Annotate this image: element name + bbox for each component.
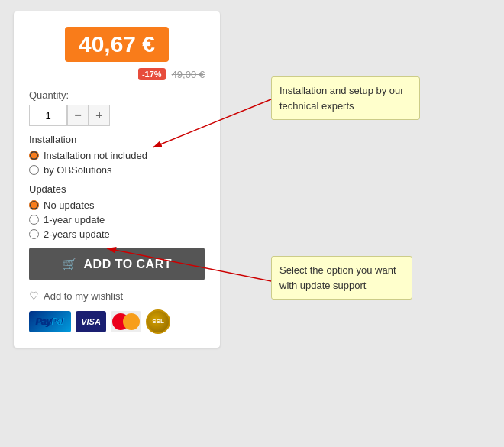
updates-option-3[interactable]: 2-years update [29,228,205,240]
quantity-controls: − + [29,105,205,126]
quantity-input[interactable] [29,105,67,126]
wishlist-label: Add to my wishlist [44,290,123,302]
installation-option-1-label: Installation not included [44,150,147,161]
heart-icon: ♡ [29,290,39,302]
product-card: 40,67 € -17% 49,00 € Quantity: − + Insta… [14,11,220,348]
visa-icon: VISA [76,311,106,332]
old-price: 49,00 € [172,69,205,80]
visa-label: VISA [81,317,101,326]
paypal-label: PayPal [36,316,63,327]
add-to-cart-button[interactable]: 🛒 ADD TO CART [29,248,205,280]
wishlist-row[interactable]: ♡ Add to my wishlist [29,290,205,302]
price-badge-row: -17% 49,00 € [29,68,205,80]
quantity-increase-button[interactable]: + [89,105,110,126]
updates-option-2[interactable]: 1-year update [29,214,205,225]
ssl-label: SSL [152,319,164,326]
updates-radio-group: No updates 1-year update 2-years update [29,199,205,240]
installation-section-title: Installation [29,134,205,145]
quantity-section: Quantity: − + [29,89,205,126]
mastercard-icon [111,311,141,332]
updates-option-1[interactable]: No updates [29,199,205,211]
installation-option-1[interactable]: Installation not included [29,150,205,161]
tooltip-updates: Select the option you want with update s… [271,256,412,300]
installation-option-2[interactable]: by OBSolutions [29,164,205,176]
quantity-label: Quantity: [29,89,205,101]
payment-icons: PayPal VISA SSL [29,309,205,334]
updates-option-3-label: 2-years update [44,228,110,240]
quantity-decrease-button[interactable]: − [67,105,89,126]
discount-badge: -17% [138,68,166,80]
mc-right-circle [123,313,140,330]
paypal-icon: PayPal [29,311,71,332]
cart-icon: 🛒 [62,257,78,271]
updates-option-2-label: 1-year update [44,214,105,225]
updates-option-1-label: No updates [44,199,95,211]
price-section: 40,67 € [29,27,205,62]
main-price: 40,67 € [65,27,169,62]
tooltip-updates-text: Select the option you want with update s… [279,264,396,291]
add-to-cart-label: ADD TO CART [84,258,172,271]
page-wrapper: 40,67 € -17% 49,00 € Quantity: − + Insta… [0,0,504,447]
tooltip-installation: Installation and setup by our technical … [271,76,420,120]
installation-radio-group: Installation not included by OBSolutions [29,150,205,176]
installation-option-2-label: by OBSolutions [44,164,112,176]
ssl-icon: SSL [146,309,170,334]
tooltip-installation-text: Installation and setup by our technical … [279,85,404,112]
updates-section-title: Updates [29,183,205,195]
